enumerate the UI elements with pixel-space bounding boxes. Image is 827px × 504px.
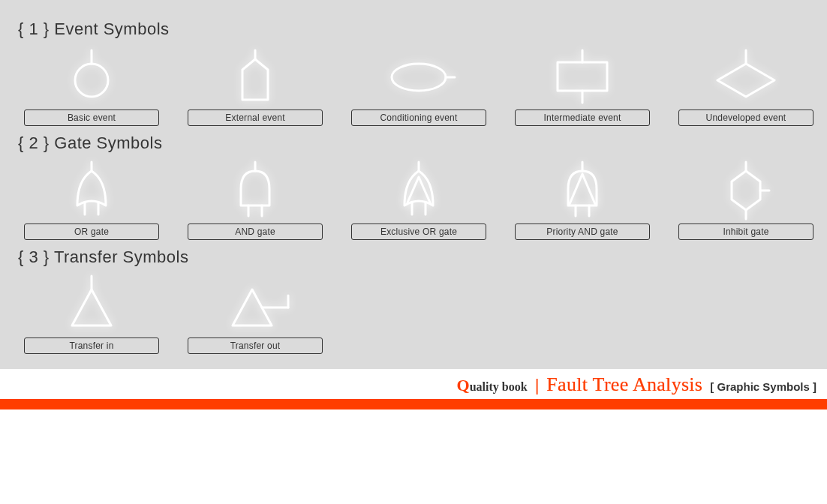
brand-first: Q [457, 376, 470, 394]
event-symbols-row: Basic event External event Conditioning … [24, 45, 812, 126]
svg-point-3 [392, 64, 446, 91]
transfer-symbols-row: Transfer in Transfer out [24, 273, 812, 354]
external-event-label: External event [188, 110, 323, 126]
undeveloped-event-cell: Undeveloped event [678, 45, 813, 126]
transfer-in-icon [24, 273, 159, 338]
conditioning-event-icon [351, 45, 486, 110]
diagram-canvas: { 1 } Event Symbols Basic event External… [0, 0, 827, 369]
xor-gate-cell: Exclusive OR gate [351, 159, 486, 240]
section-1-num: 1 [29, 20, 38, 38]
basic-event-label: Basic event [24, 110, 159, 126]
footer-bar [0, 399, 827, 410]
footer: Quality book | Fault Tree Analysis [ Gra… [0, 369, 827, 410]
section-2-num: 2 [29, 134, 38, 152]
and-gate-icon [188, 159, 323, 224]
gate-symbols-row: OR gate AND gate [24, 159, 812, 240]
intermediate-event-cell: Intermediate event [515, 45, 650, 126]
intermediate-event-label: Intermediate event [515, 110, 650, 126]
section-3-num: 3 [29, 248, 38, 266]
external-event-icon [188, 45, 323, 110]
xor-gate-icon [351, 159, 486, 224]
transfer-out-cell: Transfer out [188, 273, 323, 354]
separator: | [535, 376, 540, 395]
svg-rect-6 [558, 62, 607, 91]
brand-rest: uality book [470, 380, 528, 393]
or-gate-icon [24, 159, 159, 224]
conditioning-event-label: Conditioning event [351, 110, 486, 126]
svg-point-1 [75, 64, 108, 97]
xor-gate-label: Exclusive OR gate [351, 224, 486, 240]
basic-event-cell: Basic event [24, 45, 159, 126]
section-2-title: { 2 } Gate Symbols [18, 134, 812, 153]
section-1-text: Event Symbols [54, 20, 169, 38]
pand-gate-label: Priority AND gate [515, 224, 650, 240]
brand: Quality book [457, 376, 528, 395]
transfer-out-icon [188, 273, 323, 338]
inhibit-gate-cell: Inhibit gate [678, 159, 813, 240]
page-subtitle: [ Graphic Symbols ] [710, 380, 816, 393]
inhibit-gate-label: Inhibit gate [678, 224, 813, 240]
transfer-out-label: Transfer out [188, 338, 323, 354]
transfer-in-label: Transfer in [24, 338, 159, 354]
and-gate-label: AND gate [188, 224, 323, 240]
pand-gate-cell: Priority AND gate [515, 159, 650, 240]
footer-line: Quality book | Fault Tree Analysis [ Gra… [0, 369, 827, 399]
pand-gate-icon [515, 159, 650, 224]
intermediate-event-icon [515, 45, 650, 110]
transfer-in-cell: Transfer in [24, 273, 159, 354]
inhibit-gate-icon [678, 159, 813, 224]
or-gate-cell: OR gate [24, 159, 159, 240]
conditioning-event-cell: Conditioning event [351, 45, 486, 126]
undeveloped-event-icon [678, 45, 813, 110]
or-gate-label: OR gate [24, 224, 159, 240]
section-3-title: { 3 } Transfer Symbols [18, 248, 812, 267]
basic-event-icon [24, 45, 159, 110]
and-gate-cell: AND gate [188, 159, 323, 240]
external-event-cell: External event [188, 45, 323, 126]
page-title: Fault Tree Analysis [546, 374, 702, 396]
section-3-text: Transfer Symbols [54, 248, 189, 266]
section-2-text: Gate Symbols [54, 134, 162, 152]
section-1-title: { 1 } Event Symbols [18, 20, 812, 39]
undeveloped-event-label: Undeveloped event [678, 110, 813, 126]
